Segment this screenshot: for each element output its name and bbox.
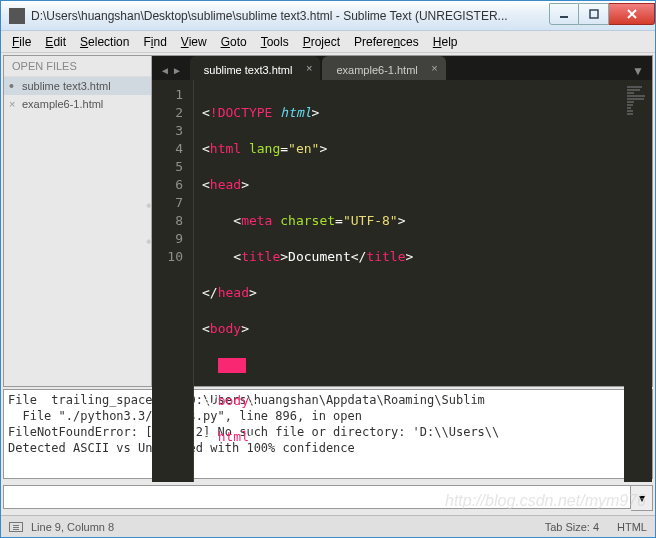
- app-icon: [9, 8, 25, 24]
- menu-help[interactable]: Help: [426, 33, 465, 51]
- maximize-button[interactable]: [579, 3, 609, 25]
- tab-next-icon[interactable]: ►: [172, 65, 182, 76]
- minimize-button[interactable]: [549, 3, 579, 25]
- status-bar: Line 9, Column 8 Tab Size: 4 HTML: [1, 515, 655, 537]
- chevron-down-icon: ▾: [639, 491, 645, 505]
- editor[interactable]: 1 2 3 4 5 6 7 8 9 10 <!DOCTYPE html> <ht…: [152, 80, 652, 482]
- menu-view[interactable]: View: [174, 33, 214, 51]
- svg-rect-1: [590, 10, 598, 18]
- menu-edit[interactable]: Edit: [38, 33, 73, 51]
- status-tab-size[interactable]: Tab Size: 4: [545, 521, 599, 533]
- tab[interactable]: sublime text3.html×: [190, 56, 321, 80]
- tab-bar: ◄► sublime text3.html× example6-1.html× …: [152, 56, 652, 80]
- menu-goto[interactable]: Goto: [214, 33, 254, 51]
- code-content[interactable]: <!DOCTYPE html> <html lang="en"> <head> …: [194, 80, 624, 482]
- console-history-dropdown[interactable]: ▾: [631, 485, 653, 511]
- minimap[interactable]: [624, 80, 652, 482]
- menu-file[interactable]: File: [5, 33, 38, 51]
- window-title: D:\Users\huangshan\Desktop\sublime\subli…: [31, 9, 549, 23]
- sidebar-header: OPEN FILES: [4, 56, 151, 77]
- window-titlebar[interactable]: D:\Users\huangshan\Desktop\sublime\subli…: [1, 1, 655, 31]
- menu-selection[interactable]: Selection: [73, 33, 136, 51]
- text-cursor: [218, 358, 246, 373]
- status-cursor-position[interactable]: Line 9, Column 8: [31, 521, 114, 533]
- close-file-icon[interactable]: ×: [9, 98, 15, 110]
- open-file-item[interactable]: ×example6-1.html: [4, 95, 151, 113]
- gutter: 1 2 3 4 5 6 7 8 9 10: [152, 80, 194, 482]
- open-file-item[interactable]: sublime text3.html: [4, 77, 151, 95]
- sidebar: OPEN FILES sublime text3.html ×example6-…: [4, 56, 152, 386]
- tab-close-icon[interactable]: ×: [306, 62, 312, 74]
- menu-preferences[interactable]: Preferences: [347, 33, 426, 51]
- panel-switcher-icon[interactable]: [9, 522, 23, 532]
- tab-close-icon[interactable]: ×: [431, 62, 437, 74]
- menu-find[interactable]: Find: [136, 33, 173, 51]
- tab-nav[interactable]: ◄►: [160, 65, 182, 76]
- tab-prev-icon[interactable]: ◄: [160, 65, 170, 76]
- console-input[interactable]: [3, 485, 631, 509]
- tab[interactable]: example6-1.html×: [322, 56, 445, 80]
- menu-bar: File Edit Selection Find View Goto Tools…: [1, 31, 655, 53]
- status-syntax[interactable]: HTML: [617, 521, 647, 533]
- menu-project[interactable]: Project: [296, 33, 347, 51]
- menu-tools[interactable]: Tools: [254, 33, 296, 51]
- tab-menu-icon[interactable]: ▼: [632, 64, 644, 78]
- close-button[interactable]: [609, 3, 655, 25]
